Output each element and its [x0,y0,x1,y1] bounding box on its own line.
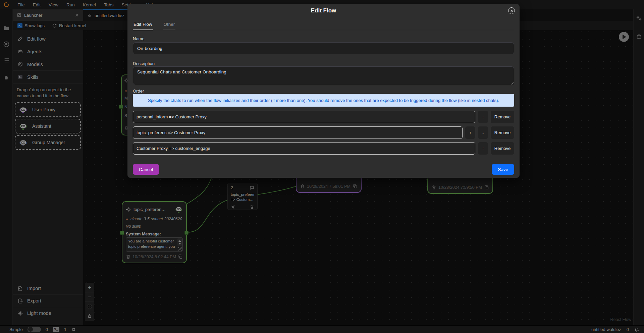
order-info-banner: Specify the chats to run when the flow i… [133,94,514,107]
order-item-input[interactable] [133,142,475,155]
move-down-button[interactable]: ↓ [478,111,488,123]
order-item-input[interactable] [133,126,463,139]
cancel-button[interactable]: Cancel [133,164,159,175]
remove-button[interactable]: Remove [491,142,514,155]
order-label: Order [133,89,144,94]
modal-tab-other[interactable]: Other [163,20,176,30]
move-down-button[interactable]: ↓ [478,126,488,139]
modal-tabs: Edit Flow Other [133,20,514,30]
name-label: Name [133,36,145,41]
flow-description-textarea[interactable]: Sequential Chats and Customer Onboarding [133,66,514,85]
modal-close-button[interactable] [508,7,515,14]
remove-button[interactable]: Remove [491,111,514,123]
close-icon [510,9,513,12]
modal-actions: Cancel Save [133,164,514,175]
order-row-2: ↑ ↓ Remove [133,126,514,139]
modal-tab-edit-flow[interactable]: Edit Flow [133,20,153,30]
move-up-button[interactable]: ↑ [465,126,475,139]
order-row-1: ↓ Remove [133,111,514,123]
order-item-input[interactable] [133,111,475,123]
description-label: Description [133,61,155,66]
app-window: File Edit View Run Kernel Tabs Settings … [0,0,644,333]
order-row-3: ↑ Remove [133,142,514,155]
remove-button[interactable]: Remove [491,126,514,139]
edit-flow-modal: Edit Flow Edit Flow Other Name Descripti… [127,4,520,178]
flow-name-input[interactable] [133,42,514,54]
modal-title: Edit Flow [127,7,520,14]
save-button[interactable]: Save [492,164,514,175]
move-up-button[interactable]: ↑ [478,142,488,155]
